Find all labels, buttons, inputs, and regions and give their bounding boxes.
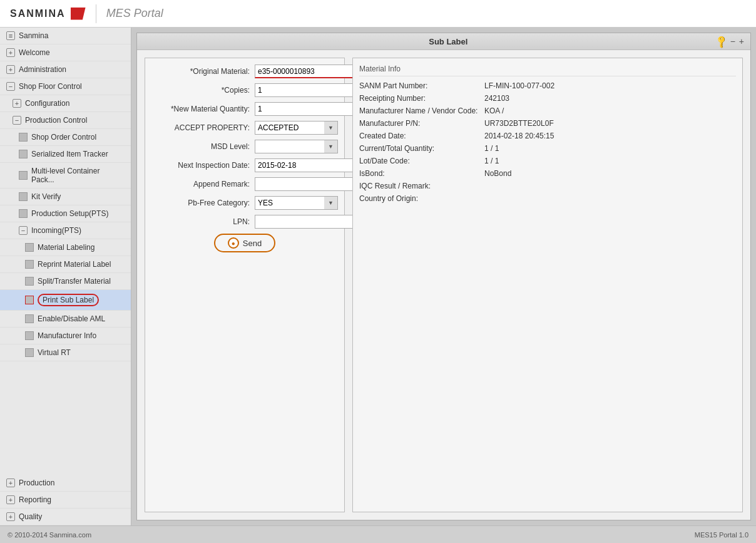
send-button[interactable]: ● Send bbox=[214, 234, 275, 252]
sidebar-label-mlc: Multi-level Container Pack... bbox=[31, 167, 125, 184]
sidebar-item-kit-verify[interactable]: Kit Verify bbox=[0, 189, 131, 205]
next-inspection-date-input[interactable] bbox=[255, 158, 354, 172]
new-material-quantity-row: *New Material Quantity: ▲ ▼ bbox=[151, 102, 338, 116]
sidebar-label-pc: Production Control bbox=[25, 116, 87, 125]
sidebar-label-reporting: Reporting bbox=[19, 495, 51, 504]
next-inspection-date-wrapper: 📅 bbox=[255, 158, 368, 172]
info-row-5: Current/Total Quantity: 1 / 1 bbox=[359, 144, 736, 153]
copies-spinner: ▲ ▼ bbox=[255, 83, 364, 97]
pb-free-category-row: Pb-Free Category: YES NO ▼ bbox=[151, 196, 338, 210]
info-value-1: 242103 bbox=[484, 94, 509, 103]
page-icon-ps bbox=[19, 209, 28, 218]
sidebar-label-mi: Manufacturer Info bbox=[38, 331, 96, 340]
msd-level-row: MSD Level: ▼ bbox=[151, 140, 338, 153]
page-icon-mi bbox=[25, 331, 34, 340]
sidebar-label-rml: Reprint Material Label bbox=[38, 260, 111, 269]
sidebar-item-production-setup[interactable]: Production Setup(PTS) bbox=[0, 205, 131, 222]
page-icon-rml bbox=[25, 260, 34, 269]
append-remark-input[interactable] bbox=[255, 177, 355, 191]
msd-level-select[interactable] bbox=[255, 140, 338, 153]
key-icon[interactable]: 🔑 bbox=[713, 34, 728, 48]
sidebar-item-configuration[interactable]: + Configuration bbox=[0, 95, 131, 112]
sidebar-item-shop-order-control[interactable]: Shop Order Control bbox=[0, 129, 131, 146]
info-row-3: Manufacturer P/N: UR73D2BTTE20L0F bbox=[359, 119, 736, 128]
sidebar-item-production[interactable]: + Production bbox=[0, 475, 131, 492]
minus-icon-pc: − bbox=[13, 116, 21, 125]
sidebar-item-material-labeling[interactable]: Material Labeling bbox=[0, 239, 131, 256]
maximize-button[interactable]: + bbox=[739, 36, 744, 46]
sidebar-item-reporting[interactable]: + Reporting bbox=[0, 492, 131, 509]
info-row-7: IsBond: NoBond bbox=[359, 169, 736, 178]
form-left-panel: *Original Material: *Copies: ▲ ▼ bbox=[145, 58, 345, 512]
plus-icon: ≡ bbox=[6, 31, 15, 40]
msd-level-select-wrapper: ▼ bbox=[255, 140, 338, 153]
plus-icon-welcome: + bbox=[6, 48, 15, 57]
sidebar-label-ml: Material Labeling bbox=[38, 243, 94, 252]
page-icon-soc bbox=[19, 133, 28, 142]
logo-area: SANMINA bbox=[10, 8, 86, 20]
sidebar-item-reprint-material-label[interactable]: Reprint Material Label bbox=[0, 256, 131, 273]
sidebar-item-serialized-item-tracker[interactable]: Serialized Item Tracker bbox=[0, 146, 131, 163]
sidebar-item-split-transfer-material[interactable]: Split/Transfer Material bbox=[0, 273, 131, 290]
sidebar-item-enable-disable-aml[interactable]: Enable/Disable AML bbox=[0, 311, 131, 328]
info-row-0: SANM Part Number: LF-MIN-100-077-002 bbox=[359, 81, 736, 90]
sidebar-label-eda: Enable/Disable AML bbox=[38, 314, 105, 323]
page-icon-psl bbox=[25, 296, 34, 304]
sidebar-label-sit: Serialized Item Tracker bbox=[31, 150, 108, 158]
sidebar-item-welcome[interactable]: + Welcome bbox=[0, 44, 131, 61]
plus-icon-quality: + bbox=[6, 512, 15, 521]
sidebar-item-production-control[interactable]: − Production Control bbox=[0, 112, 131, 129]
original-material-label: *Original Material: bbox=[151, 67, 255, 76]
info-label-9: Country of Origin: bbox=[359, 194, 484, 203]
page-icon-sit bbox=[19, 150, 28, 158]
info-value-4: 2014-02-18 20:45:15 bbox=[484, 132, 554, 140]
info-value-5: 1 / 1 bbox=[484, 144, 499, 153]
content-area: Sub Label 🔑 − + *Original Material: bbox=[131, 28, 756, 525]
send-button-label: Send bbox=[243, 239, 262, 248]
sidebar-label-config: Configuration bbox=[25, 99, 69, 108]
sidebar-item-quality[interactable]: + Quality bbox=[0, 509, 131, 525]
info-label-0: SANM Part Number: bbox=[359, 81, 484, 90]
footer-copyright: © 2010-2014 Sanmina.com bbox=[8, 531, 91, 539]
info-row-8: IQC Result / Remark: bbox=[359, 182, 736, 190]
info-label-5: Current/Total Quantity: bbox=[359, 144, 484, 153]
info-row-6: Lot/Date Code: 1 / 1 bbox=[359, 157, 736, 165]
sidebar-label-quality: Quality bbox=[19, 512, 42, 521]
sidebar-item-incoming-pts[interactable]: − Incoming(PTS) bbox=[0, 222, 131, 239]
accept-property-select[interactable]: ACCEPTED REJECTED HOLD bbox=[255, 121, 338, 135]
page-icon-eda bbox=[25, 314, 34, 323]
accept-property-label: ACCEPT PROPERTY: bbox=[151, 123, 255, 132]
minus-icon-sfc: − bbox=[6, 82, 15, 91]
sidebar-item-sanmina[interactable]: ≡ Sanmina bbox=[0, 28, 131, 44]
sidebar-label-administration: Administration bbox=[19, 65, 66, 74]
plus-icon-report: + bbox=[6, 495, 15, 504]
new-material-quantity-input[interactable] bbox=[255, 102, 354, 116]
sidebar-item-virtual-rt[interactable]: Virtual RT bbox=[0, 344, 131, 361]
page-icon-kv bbox=[19, 192, 28, 201]
sidebar-label-sfc: Shop Floor Control bbox=[19, 82, 82, 91]
minimize-button[interactable]: − bbox=[730, 36, 735, 46]
material-info-title: Material Info bbox=[359, 65, 736, 76]
info-label-4: Created Date: bbox=[359, 132, 484, 140]
sidebar-item-print-sub-label[interactable]: Print Sub Label bbox=[0, 290, 131, 311]
info-row-1: Receipting Number: 242103 bbox=[359, 94, 736, 103]
copies-row: *Copies: ▲ ▼ bbox=[151, 83, 338, 97]
pb-free-category-select[interactable]: YES NO bbox=[255, 196, 338, 210]
info-label-8: IQC Result / Remark: bbox=[359, 182, 484, 190]
info-value-0: LF-MIN-100-077-002 bbox=[484, 81, 554, 90]
append-remark-row: Append Remark: bbox=[151, 177, 338, 191]
sidebar-item-shop-floor-control[interactable]: − Shop Floor Control bbox=[0, 78, 131, 95]
sub-window-titlebar: Sub Label 🔑 − + bbox=[137, 33, 750, 50]
sidebar-item-administration[interactable]: + Administration bbox=[0, 61, 131, 78]
info-value-7: NoBond bbox=[484, 169, 511, 178]
plus-icon-admin: + bbox=[6, 65, 15, 74]
sidebar-item-multi-level-container[interactable]: Multi-level Container Pack... bbox=[0, 163, 131, 189]
sidebar-label-kv: Kit Verify bbox=[31, 192, 61, 201]
original-material-input[interactable] bbox=[255, 65, 355, 78]
copies-input[interactable] bbox=[255, 83, 354, 97]
lpn-input[interactable] bbox=[255, 215, 355, 229]
main-layout: ≡ Sanmina + Welcome + Administration − S… bbox=[0, 28, 756, 525]
logo-text: SANMINA bbox=[10, 8, 66, 19]
form-content: *Original Material: *Copies: ▲ ▼ bbox=[137, 50, 750, 520]
sidebar-item-manufacturer-info[interactable]: Manufacturer Info bbox=[0, 328, 131, 344]
